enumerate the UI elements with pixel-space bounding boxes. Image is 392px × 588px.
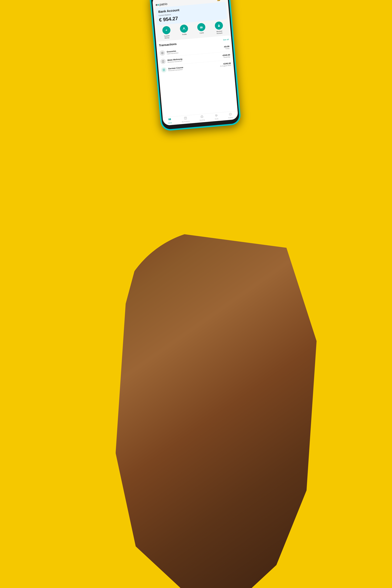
nav-study[interactable]: Study [214,114,218,120]
svg-rect-20 [168,119,170,120]
nav-explore[interactable]: Explore [228,112,233,118]
my-products-icon [184,116,187,120]
home-icon [168,118,171,122]
cards-icon-circle [197,23,206,32]
svg-rect-22 [168,118,169,119]
header-icons: 🔔 ☰ [216,0,225,1]
logo-x-letter: x [157,3,159,6]
app-content: ex patrio 🔔 ☰ Bank Account [152,0,238,126]
nav-home[interactable]: Home [168,118,172,124]
cards-icon [199,25,203,29]
study-icon [215,114,218,118]
svg-rect-23 [170,118,171,119]
svg-rect-12 [163,61,164,62]
my-products-label: My Products [182,120,190,123]
transfer-money-icon-circle [162,26,171,34]
home-label: Home [168,122,172,124]
blocked-account-icon-circle [214,21,223,30]
blocked-account-label: Blocked Account [215,30,224,35]
profile-label: Profile [182,33,186,36]
action-cards[interactable]: Cards [197,23,206,36]
logo-ex: ex [156,3,159,7]
transfer-money-label: Transfer Money [162,35,171,39]
action-profile[interactable]: Profile [180,24,188,38]
hand [116,229,317,588]
svg-point-0 [164,28,168,32]
profile-icon-circle [180,24,188,33]
bell-icon[interactable]: 🔔 [216,0,220,1]
groceries-amount-col: -€9.99 Today [224,45,230,50]
svg-point-1 [183,28,184,29]
groceries-icon [159,50,165,56]
banking-icon [200,115,204,119]
explore-svg [229,113,232,116]
banking-svg [200,115,204,118]
profile-icon [182,27,186,30]
miete-amount-col: -€540.00 Yesterday [222,54,230,58]
logo: ex patrio [156,2,168,7]
home-svg [168,118,171,121]
globe-icon [161,52,164,54]
german-course-amount-col: -€240.00 21 August 2023 [220,62,231,67]
transactions-title: Transactions [159,42,177,47]
scene: ex patrio 🔔 ☰ Bank Account [0,0,392,588]
products-svg [184,116,187,120]
miete-icon [160,58,166,64]
svg-line-26 [185,117,186,119]
see-all-link[interactable]: See all [223,38,229,41]
menu-icon[interactable]: ☰ [222,0,225,1]
banking-label: Banking [200,119,205,121]
svg-rect-11 [163,62,163,62]
book-icon [162,68,165,72]
transfer-icon [164,28,168,32]
explore-label: Explore [228,116,233,118]
action-blocked-account[interactable]: Blocked Account [214,21,224,34]
phone-bezel: ex patrio 🔔 ☰ Bank Account [150,0,240,130]
explore-icon [229,113,232,116]
logo-text: patrio [159,2,167,6]
german-course-icon [161,67,167,73]
cards-label: Cards [200,32,204,34]
svg-rect-21 [170,119,171,120]
blocked-account-icon [217,24,220,28]
nav-my-products[interactable]: My Products [181,116,190,123]
svg-point-28 [202,117,202,117]
building-icon [162,60,164,63]
study-svg [215,114,218,117]
phone-case: ex patrio 🔔 ☰ Bank Account [149,0,241,131]
action-transfer-money[interactable]: Transfer Money [162,26,171,39]
transactions-section: Transactions See all [156,35,238,118]
svg-rect-27 [201,116,203,118]
nav-banking[interactable]: Banking [199,115,205,121]
study-label: Study [214,118,218,120]
phone-screen: ex patrio 🔔 ☰ Bank Account [152,0,238,126]
